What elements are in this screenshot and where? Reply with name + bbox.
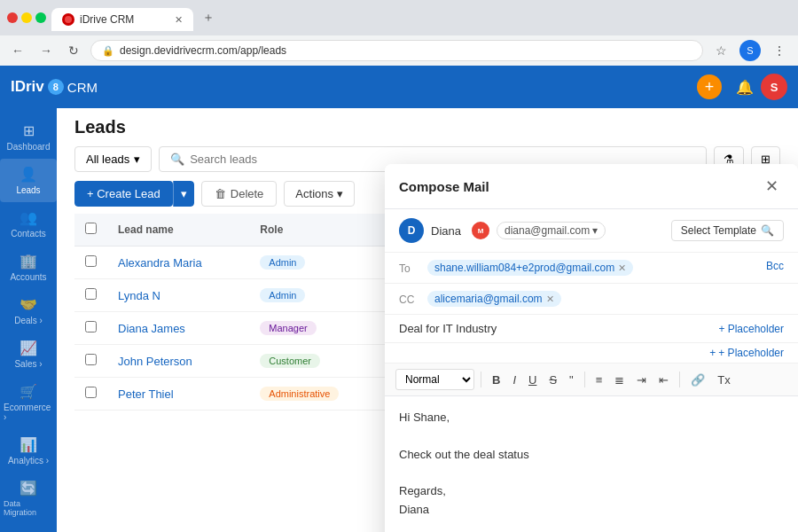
search-template-icon: 🔍: [761, 224, 774, 237]
user-avatar[interactable]: S: [761, 74, 787, 100]
placeholder-label: Placeholder: [728, 323, 784, 335]
editor-body[interactable]: Hi Shane, Check out the deal status Rega…: [385, 396, 798, 532]
sidebar-item-dashboard[interactable]: ⊞ Dashboard: [0, 115, 57, 159]
url-bar[interactable]: 🔒 design.devidrivecrm.com/app/leads: [90, 40, 703, 61]
cc-email-remove-btn[interactable]: ✕: [546, 293, 554, 305]
from-email-selector[interactable]: diana@gmail.com ▾: [497, 222, 606, 239]
link-btn[interactable]: 🔗: [686, 371, 709, 389]
clear-format-btn[interactable]: Tx: [713, 371, 734, 389]
cc-email-tag: alicemaria@gmail.com ✕: [427, 291, 561, 307]
sidebar-item-deals[interactable]: 🤝 Deals ›: [0, 289, 57, 332]
bold-btn[interactable]: B: [488, 371, 505, 389]
sidebar-label-dashboard: Dashboard: [7, 142, 51, 152]
body-placeholder-btn[interactable]: + + Placeholder: [709, 347, 784, 359]
sidebar-item-leads[interactable]: 👤 Leads: [0, 159, 57, 202]
logo-crm: CRM: [67, 80, 98, 95]
subject-row: + Placeholder: [385, 315, 798, 343]
sidebar-label-accounts: Accounts: [10, 272, 46, 282]
from-row: D Diana M diana@gmail.com ▾ Sele: [385, 209, 798, 253]
window-minimize-btn[interactable]: [21, 12, 32, 23]
browser-tab-active[interactable]: iDrive CRM ✕: [51, 8, 193, 31]
indent-btn[interactable]: ⇥: [632, 371, 651, 389]
modal-header: Compose Mail ✕: [385, 164, 798, 209]
placeholder-row: + + Placeholder: [385, 343, 798, 364]
plus-icon-2: +: [709, 347, 716, 359]
tab-favicon: [62, 13, 74, 26]
placeholder-label-2: + Placeholder: [718, 347, 784, 359]
toolbar-divider-2: [584, 372, 585, 387]
list-unordered-btn[interactable]: ≣: [610, 371, 629, 389]
sidebar-item-contacts[interactable]: 👥 Contacts: [0, 202, 57, 246]
sidebar-label-analytics: Analytics ›: [8, 456, 49, 466]
editor-line-2: [399, 427, 784, 446]
sidebar-label-contacts: Contacts: [11, 229, 45, 239]
tab-close-btn[interactable]: ✕: [175, 14, 183, 26]
bookmark-btn[interactable]: ☆: [710, 41, 732, 60]
italic-btn[interactable]: I: [508, 371, 520, 389]
cc-email-text: alicemaria@gmail.com: [434, 293, 543, 305]
reload-btn[interactable]: ↻: [64, 41, 83, 60]
to-email-tag: shane.william084+e2prod@gmail.com ✕: [427, 260, 633, 276]
data-migration-icon: 🔄: [20, 480, 37, 497]
sales-icon: 📈: [20, 340, 37, 356]
cc-field-content: alicemaria@gmail.com ✕: [427, 291, 784, 307]
quote-btn[interactable]: ": [565, 371, 578, 389]
url-text: design.devidrivecrm.com/app/leads: [120, 44, 692, 57]
sidebar-label-sales: Sales ›: [14, 359, 42, 369]
list-ordered-btn[interactable]: ≡: [591, 371, 607, 389]
strikethrough-btn[interactable]: S: [544, 371, 561, 389]
editor-line-6: Diana: [399, 501, 784, 520]
to-field: To shane.william084+e2prod@gmail.com ✕ B…: [385, 253, 798, 284]
analytics-icon: 📊: [20, 436, 37, 453]
sidebar-label-data-migration: Data Migration: [4, 499, 53, 517]
from-name: Diana: [431, 224, 461, 238]
outdent-btn[interactable]: ⇤: [654, 371, 673, 389]
add-button[interactable]: +: [690, 71, 729, 103]
logo-circle: 8: [48, 79, 64, 95]
lock-icon: 🔒: [102, 45, 114, 57]
toolbar-divider-1: [481, 372, 481, 387]
to-email-remove-btn[interactable]: ✕: [618, 262, 626, 274]
editor-line-1: Hi Shane,: [399, 409, 784, 427]
editor-line-5: Regards,: [399, 482, 784, 501]
subject-placeholder-btn[interactable]: + Placeholder: [719, 323, 784, 335]
sidebar-item-data-migration[interactable]: 🔄 Data Migration: [0, 473, 57, 524]
compose-modal: Compose Mail ✕ D Diana M diana@gmail.com: [385, 164, 798, 532]
modal-overlay: Compose Mail ✕ D Diana M diana@gmail.com: [57, 137, 798, 532]
plus-icon: +: [719, 323, 725, 335]
sidebar-item-settings[interactable]: ⚙ Settings ›: [0, 524, 57, 532]
select-template-label: Select Template: [681, 224, 756, 237]
window-maximize-btn[interactable]: [35, 12, 46, 23]
menu-btn[interactable]: ⋮: [768, 41, 791, 60]
back-btn[interactable]: ←: [7, 41, 28, 60]
select-template-btn[interactable]: Select Template 🔍: [671, 220, 784, 241]
format-select[interactable]: Normal Heading 1 Heading 2: [395, 369, 474, 390]
underline-btn[interactable]: U: [524, 371, 541, 389]
notifications-btn[interactable]: 🔔: [729, 75, 761, 99]
from-email-chevron: ▾: [592, 224, 598, 237]
sidebar-item-sales[interactable]: 📈 Sales ›: [0, 332, 57, 376]
sidebar-item-analytics[interactable]: 📊 Analytics ›: [0, 429, 57, 473]
bcc-btn[interactable]: Bcc: [766, 260, 784, 272]
window-close-btn[interactable]: [7, 12, 18, 23]
subject-input[interactable]: [399, 322, 719, 335]
forward-btn[interactable]: →: [35, 41, 57, 60]
leads-icon: 👤: [20, 166, 37, 183]
contacts-icon: 👥: [20, 209, 37, 226]
from-avatar: D: [399, 218, 424, 243]
new-tab-btn[interactable]: ＋: [193, 4, 223, 31]
ecommerce-icon: 🛒: [20, 383, 37, 400]
gmail-icon: M: [472, 222, 489, 239]
app-header: IDriv 8 CRM + 🔔 S: [0, 66, 798, 108]
from-email-text: diana@gmail.com: [505, 224, 590, 237]
to-email-text: shane.william084+e2prod@gmail.com: [434, 262, 614, 274]
cc-label: CC: [399, 291, 420, 306]
sidebar-label-ecommerce: Ecommerce ›: [4, 403, 53, 422]
modal-title: Compose Mail: [399, 179, 760, 194]
app-logo: IDriv 8 CRM: [11, 78, 98, 96]
sidebar-item-accounts[interactable]: 🏢 Accounts: [0, 246, 57, 289]
modal-close-btn[interactable]: ✕: [760, 175, 784, 198]
to-label: To: [399, 260, 420, 275]
sidebar: ⊞ Dashboard 👤 Leads 👥 Contacts 🏢 Account…: [0, 108, 57, 532]
sidebar-item-ecommerce[interactable]: 🛒 Ecommerce ›: [0, 376, 57, 429]
